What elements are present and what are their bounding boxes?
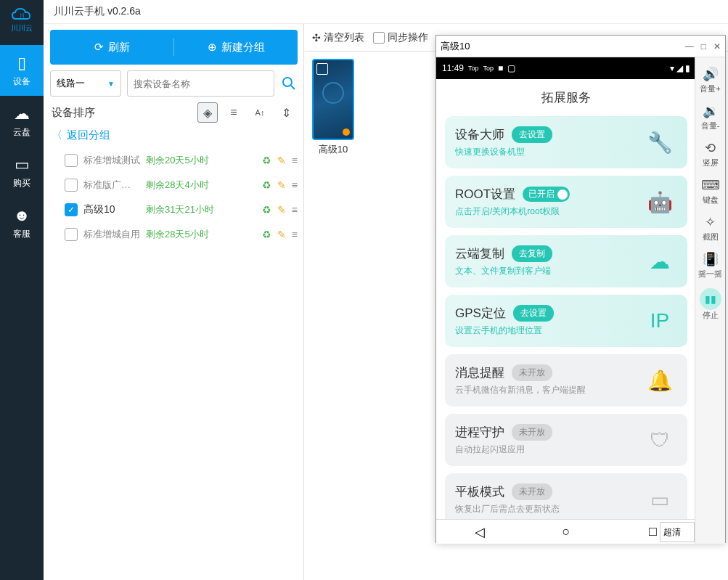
plus-icon: ⊕	[208, 41, 217, 54]
status-sq-icon: ■	[498, 63, 503, 73]
device-checkbox[interactable]	[65, 179, 78, 192]
device-remaining: 剩余28天5小时	[146, 228, 256, 241]
recycle-icon[interactable]: ♻	[262, 204, 271, 216]
sort-az[interactable]: A↕	[250, 102, 270, 123]
android-back-button[interactable]: ◁	[436, 520, 523, 544]
edit-icon[interactable]: ✎	[277, 155, 286, 166]
line-select[interactable]: 线路一 ▼	[50, 70, 121, 97]
status-sq-icon-2: ▢	[507, 63, 515, 73]
sort-height[interactable]: ⇕	[276, 102, 296, 123]
stop-button[interactable]: ▮▮停止	[695, 284, 726, 325]
menu-icon[interactable]: ≡	[292, 155, 296, 166]
quality-select[interactable]: 超清	[660, 522, 695, 542]
service-card-tablet[interactable]: 平板模式 未开放 恢复出厂后需点去更新状态 ▭	[445, 473, 687, 526]
search-input[interactable]	[127, 70, 274, 97]
service-card-gps[interactable]: GPS定位 去设置 设置云手机的地理位置 IP	[445, 295, 687, 347]
nav-device[interactable]: ▯ 设备	[0, 45, 44, 96]
new-group-button[interactable]: ⊕ 新建分组	[174, 30, 298, 65]
menu-icon[interactable]: ≡	[292, 204, 296, 216]
title-bar: 川川云手机 v0.2.6a	[44, 0, 728, 24]
service-card-root[interactable]: ROOT设置 已开启 点击开启/关闭本机root权限 🤖	[445, 176, 687, 228]
thumb-checkbox[interactable]	[316, 63, 328, 75]
volume-down-button[interactable]: 🔉音量-	[695, 99, 726, 136]
status-time: 11:49	[442, 63, 464, 73]
quality-value: 超清	[663, 526, 681, 539]
buy-icon: ▭	[15, 155, 30, 174]
service-badge[interactable]: 去复制	[512, 245, 552, 262]
service-card-device-master[interactable]: 设备大师 去设置 快速更换设备机型 🔧	[445, 116, 687, 168]
menu-icon[interactable]: ≡	[292, 179, 296, 191]
back-group-button[interactable]: 〈 返回分组	[52, 128, 296, 142]
device-row[interactable]: ✓ 高级10 剩余31天21小时 ♻ ✎ ≡	[44, 197, 303, 222]
service-toggle[interactable]: 已开启	[523, 187, 570, 202]
status-top-icon-2: Top	[483, 65, 494, 72]
phone-thumb[interactable]: 高级10	[312, 59, 354, 156]
edit-icon[interactable]: ✎	[277, 204, 286, 216]
broom-icon: ✣	[312, 32, 321, 44]
phone-right-toolbar: 🔊音量+ 🔉音量- ⟲竖屏 ⌨键盘 ✧截图 📳摇一摇 ▮▮停止	[695, 57, 725, 544]
service-badge[interactable]: 去设置	[513, 305, 554, 322]
sort-list[interactable]: ≡	[224, 102, 244, 123]
service-badge[interactable]: 去设置	[512, 126, 552, 143]
process-icon: 🛡	[642, 422, 677, 457]
recycle-icon[interactable]: ♻	[262, 179, 271, 191]
keyboard-button[interactable]: ⌨键盘	[695, 173, 726, 210]
service-title: 云端复制	[455, 245, 504, 262]
phone-status-bar: 11:49 Top Top ■ ▢ ▾ ◢ ▮	[436, 57, 696, 79]
recycle-icon[interactable]: ♻	[262, 155, 271, 166]
search-icon	[282, 76, 296, 91]
minimize-button[interactable]: —	[685, 41, 694, 52]
device-row[interactable]: 标准增城自用 剩余28天5小时 ♻ ✎ ≡	[44, 222, 303, 247]
nav-cloud[interactable]: ☁ 云盘	[0, 96, 44, 147]
app-title: 川川云手机 v0.2.6a	[54, 5, 141, 18]
sort-layers[interactable]: ◈	[197, 102, 218, 123]
maximize-button[interactable]: □	[701, 41, 706, 52]
service-desc: 自动拉起闪退应用	[455, 444, 642, 456]
service-badge[interactable]: 未开放	[512, 424, 552, 441]
sync-ops-label: 同步操作	[388, 31, 428, 44]
refresh-icon: ⟳	[94, 41, 104, 54]
edit-icon[interactable]: ✎	[277, 229, 286, 240]
sync-ops-button[interactable]: 同步操作	[373, 31, 428, 44]
screenshot-button[interactable]: ✧截图	[695, 210, 726, 247]
clear-list-button[interactable]: ✣ 清空列表	[312, 31, 364, 44]
chevron-down-icon: ▼	[107, 80, 115, 88]
rotate-icon: ⟲	[705, 140, 716, 156]
device-checkbox[interactable]	[65, 228, 78, 241]
cloud-icon: ☁	[14, 105, 30, 123]
refresh-button[interactable]: ⟳ 刷新	[50, 30, 173, 65]
service-title: 进程守护	[455, 424, 504, 441]
signal-icon: ◢	[676, 63, 683, 73]
service-card-process[interactable]: 进程守护 未开放 自动拉起闪退应用 🛡	[445, 414, 687, 466]
line-select-value: 线路一	[57, 77, 85, 90]
refresh-label: 刷新	[108, 41, 130, 54]
phone-window: 高级10 — □ ✕ 11:49 Top Top ■ ▢ ▾ ◢ ▮ 拓展服务	[435, 35, 726, 543]
search-button[interactable]	[280, 75, 298, 92]
service-badge[interactable]: 未开放	[512, 364, 552, 381]
device-remaining: 剩余20天5小时	[146, 154, 256, 167]
root-icon: 🤖	[642, 184, 677, 219]
service-badge[interactable]: 未开放	[512, 483, 552, 500]
phone-titlebar[interactable]: 高级10 — □ ✕	[436, 36, 725, 57]
triangle-back-icon: ◁	[475, 524, 485, 540]
nav-buy[interactable]: ▭ 购买	[0, 147, 44, 197]
device-checkbox[interactable]: ✓	[65, 203, 78, 216]
device-row[interactable]: 标准增城测试 剩余20天5小时 ♻ ✎ ≡	[44, 148, 303, 173]
svg-point-1	[283, 78, 292, 86]
close-button[interactable]: ✕	[713, 41, 721, 52]
menu-icon[interactable]: ≡	[292, 229, 296, 240]
device-checkbox[interactable]	[65, 154, 78, 167]
left-nav: 川 川川云 ▯ 设备 ☁ 云盘 ▭ 购买 ☻ 客服	[0, 0, 44, 580]
rotate-button[interactable]: ⟲竖屏	[695, 136, 726, 173]
service-card-cloud-copy[interactable]: 云端复制 去复制 文本、文件复制到客户端 ☁	[445, 235, 687, 287]
volume-up-button[interactable]: 🔊音量+	[695, 62, 726, 99]
service-card-bell[interactable]: 消息提醒 未开放 云手机微信有新消息，客户端提醒 🔔	[445, 354, 687, 407]
phone-navbar: ◁ ○ □ 超清	[436, 519, 696, 544]
recycle-icon[interactable]: ♻	[262, 229, 271, 240]
thumb-label: 高级10	[312, 143, 354, 156]
edit-icon[interactable]: ✎	[277, 179, 286, 191]
nav-support[interactable]: ☻ 客服	[0, 197, 44, 248]
device-row[interactable]: 标准版广… 剩余28天4小时 ♻ ✎ ≡	[44, 173, 303, 197]
shake-button[interactable]: 📳摇一摇	[695, 247, 726, 284]
android-home-button[interactable]: ○	[523, 520, 609, 544]
